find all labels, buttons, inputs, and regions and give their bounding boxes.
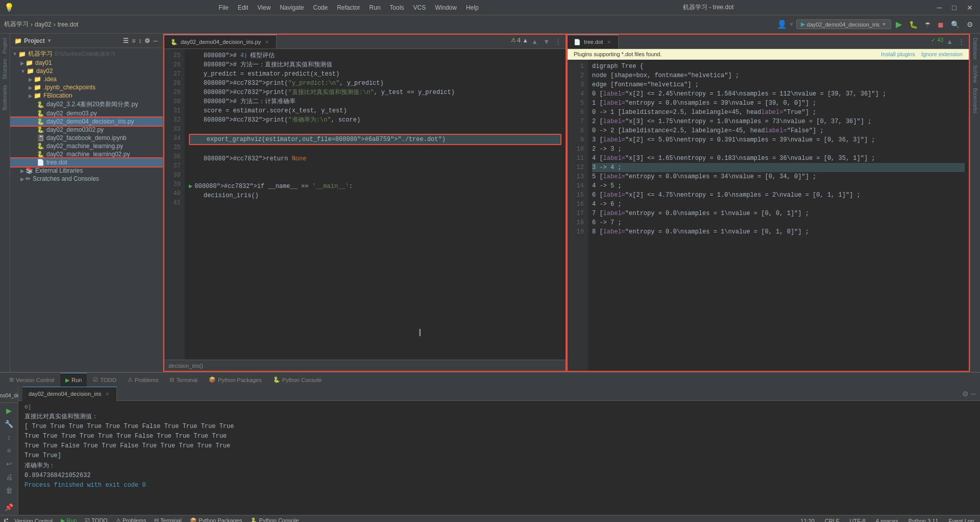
tab-dot-close[interactable]: ✕ bbox=[606, 39, 612, 45]
tree-demo0302[interactable]: 🐍 day02_demo0302.py bbox=[10, 126, 163, 134]
run-settings-icon[interactable]: ⚙ bbox=[962, 390, 969, 398]
breadcrumb-part1[interactable]: 机器学习 bbox=[4, 20, 29, 29]
breadcrumb-part2[interactable]: day02 bbox=[35, 21, 52, 28]
maximize-button[interactable]: □ bbox=[949, 3, 960, 13]
menu-view[interactable]: View bbox=[253, 3, 275, 12]
run-button[interactable]: ▶ bbox=[893, 18, 904, 31]
scope-icon[interactable]: ☰ bbox=[122, 36, 130, 45]
menu-edit[interactable]: Edit bbox=[234, 3, 253, 12]
encoding-indicator[interactable]: UTF-8 bbox=[848, 518, 868, 523]
terminal-status-button[interactable]: ⊟ Terminal bbox=[152, 517, 183, 522]
menu-refactor[interactable]: Refactor bbox=[333, 3, 364, 12]
tab-version-control[interactable]: ⊞ Version Control bbox=[4, 373, 59, 387]
indent-indicator[interactable]: 4 spaces bbox=[874, 518, 900, 523]
tree-demo03[interactable]: 🐍 day02_demo03.py bbox=[10, 109, 163, 117]
sidebar-sciview-tab[interactable]: SciView bbox=[971, 63, 979, 85]
line-sep-indicator[interactable]: CRLF bbox=[823, 518, 842, 523]
minimize-button[interactable]: ─ bbox=[934, 3, 945, 13]
tab-decision-close[interactable]: ✕ bbox=[264, 39, 270, 45]
menu-code[interactable]: Code bbox=[309, 3, 332, 12]
tree-day02[interactable]: ▼ 📁 day02 bbox=[10, 67, 163, 75]
tree-day01[interactable]: ▶ 📁 day01 bbox=[10, 59, 163, 67]
run-wrench-button[interactable]: 🔧 bbox=[3, 418, 15, 430]
run-content: day02_demo04_decision_iris ▶ 🔧 ↕ ≡ ↩ 🖨 🗑… bbox=[0, 387, 980, 515]
menu-vcs[interactable]: VCS bbox=[409, 3, 430, 12]
install-plugins-link[interactable]: Install plugins bbox=[881, 51, 915, 57]
line-col-indicator[interactable]: 11:20 bbox=[798, 518, 817, 523]
tree-news-demo[interactable]: 🐍 day02_3.2.4案例20类新闻分类.py bbox=[10, 100, 163, 109]
menu-file[interactable]: File bbox=[214, 3, 232, 12]
tree-checkpoints[interactable]: ▶ 📁 .ipynb_checkpoints bbox=[10, 83, 163, 91]
tab-python-console[interactable]: 🐍 Python Console bbox=[268, 373, 327, 387]
console-status-button[interactable]: 🐍 Python Console bbox=[249, 517, 301, 522]
tree-ml02[interactable]: 🐍 day02_machine_learning02.py bbox=[10, 150, 163, 158]
run-play-button[interactable]: ▶ bbox=[5, 405, 13, 416]
run-print-button[interactable]: 🖨 bbox=[4, 471, 14, 483]
settings-button[interactable]: ⚙ bbox=[964, 19, 976, 30]
run-config-selector[interactable]: ▶ day02_demo04_decision_iris ▼ bbox=[796, 19, 891, 29]
menu-navigate[interactable]: Navigate bbox=[276, 3, 308, 12]
right-scroll-up[interactable]: ▲ bbox=[944, 37, 955, 46]
sort-icon[interactable]: ↕ bbox=[137, 36, 142, 45]
project-settings-icon[interactable]: ⚙ bbox=[143, 36, 151, 45]
run-with-coverage-button[interactable]: ☂ bbox=[922, 19, 933, 30]
scroll-down-icon[interactable]: ▼ bbox=[541, 37, 552, 46]
tab-run[interactable]: ▶ Run bbox=[60, 373, 87, 387]
run-trash-button[interactable]: 🗑 bbox=[4, 485, 14, 496]
tree-fblocation[interactable]: ▶ 📁 FBlocation bbox=[10, 91, 163, 100]
close-panel-icon[interactable]: ─ bbox=[152, 36, 159, 45]
tree-dot[interactable]: 📄 tree.dot bbox=[10, 158, 163, 167]
event-log-button[interactable]: Event Log bbox=[946, 518, 976, 523]
tree-facebook[interactable]: 📓 day02_facebook_demo.ipynb bbox=[10, 134, 163, 142]
sidebar-project-tab[interactable]: Project bbox=[1, 36, 9, 56]
tab-problems[interactable]: ⚠ Problems bbox=[122, 373, 163, 387]
left-code-content[interactable]: 808080"># 4）模型评估 808080"># 方法一：直接比对真实值和预… bbox=[185, 49, 566, 360]
run-filter-button[interactable]: ≡ bbox=[5, 445, 12, 456]
tab-tree-dot[interactable]: 📄 tree.dot ✕ bbox=[568, 35, 619, 49]
packages-status-button[interactable]: 📦 Python Packages bbox=[188, 517, 244, 522]
run-config-tab[interactable]: day02_demo04_decision_iris ✕ bbox=[22, 387, 117, 401]
tab-todo[interactable]: ☑ TODO bbox=[88, 373, 121, 387]
run-status-button[interactable]: ▶ Run bbox=[59, 517, 79, 522]
sidebar-structure-tab[interactable]: Structure bbox=[1, 57, 9, 82]
tree-ml[interactable]: 🐍 day02_machine_learning.py bbox=[10, 142, 163, 150]
tab-terminal[interactable]: ⊟ Terminal bbox=[164, 373, 203, 387]
sidebar-bookmarks-tab[interactable]: Bookmarks bbox=[1, 83, 9, 112]
vcs-icon[interactable]: ⑆ bbox=[4, 517, 8, 522]
search-everywhere-button[interactable]: 🔍 bbox=[948, 19, 962, 30]
sidebar-database-tab[interactable]: Database bbox=[971, 36, 979, 62]
version-control-button[interactable]: Version Control bbox=[12, 518, 55, 523]
editor-more-icon[interactable]: ⋮ bbox=[553, 37, 564, 46]
tree-external-libs[interactable]: ▶ 📚 External Libraries bbox=[10, 167, 163, 175]
menu-run[interactable]: Run bbox=[365, 3, 385, 12]
sidebar-right-bookmarks-tab[interactable]: Bookmarks bbox=[971, 86, 979, 115]
menu-help[interactable]: Help bbox=[462, 3, 483, 12]
close-button[interactable]: ✕ bbox=[964, 3, 976, 13]
menu-tools[interactable]: Tools bbox=[386, 3, 408, 12]
tree-idea[interactable]: ▶ 📁 .idea bbox=[10, 75, 163, 83]
todo-status-button[interactable]: ☑ TODO bbox=[83, 517, 109, 522]
menu-window[interactable]: Window bbox=[431, 3, 461, 12]
breadcrumb-part3[interactable]: tree.dot bbox=[58, 21, 79, 28]
scroll-up-icon[interactable]: ▲ bbox=[529, 37, 540, 46]
run-scroll-button[interactable]: ↕ bbox=[6, 432, 12, 443]
tree-root[interactable]: ▼ 📁 机器学习 D:\U\pythonCode\机器学习 bbox=[10, 49, 163, 59]
stop-button[interactable]: ◼ bbox=[935, 19, 946, 30]
collapse-icon[interactable]: ≡ bbox=[131, 36, 136, 45]
tab-decision-iris[interactable]: 🐍 day02_demo04_decision_iris.py ✕ bbox=[164, 35, 277, 49]
run-config-tab-close[interactable]: ✕ bbox=[104, 391, 110, 397]
right-more[interactable]: ⋮ bbox=[956, 37, 967, 46]
debug-button[interactable]: 🐛 bbox=[906, 19, 920, 30]
run-minimize-icon[interactable]: ─ bbox=[971, 390, 976, 398]
project-dropdown-icon[interactable]: ▼ bbox=[47, 38, 52, 43]
pin-button[interactable]: 📌 bbox=[3, 502, 15, 513]
ignore-extension-link[interactable]: Ignore extension bbox=[921, 51, 963, 57]
tab-python-packages[interactable]: 📦 Python Packages bbox=[204, 373, 267, 387]
tree-scratches[interactable]: ▶ ✏ Scratches and Consoles bbox=[10, 175, 163, 183]
problems-status-button[interactable]: ⚠ Problems bbox=[114, 517, 149, 522]
run-soft-wrap-button[interactable]: ↩ bbox=[5, 458, 14, 469]
tree-decision-iris[interactable]: 🐍 day02_demo04_decision_iris.py bbox=[10, 117, 163, 126]
user-icon[interactable]: 👤 bbox=[777, 19, 787, 29]
python-version-indicator[interactable]: Python 3.11 bbox=[906, 518, 941, 523]
right-code-content[interactable]: digraph Tree {node [shape=box, fontname=… bbox=[588, 60, 969, 371]
